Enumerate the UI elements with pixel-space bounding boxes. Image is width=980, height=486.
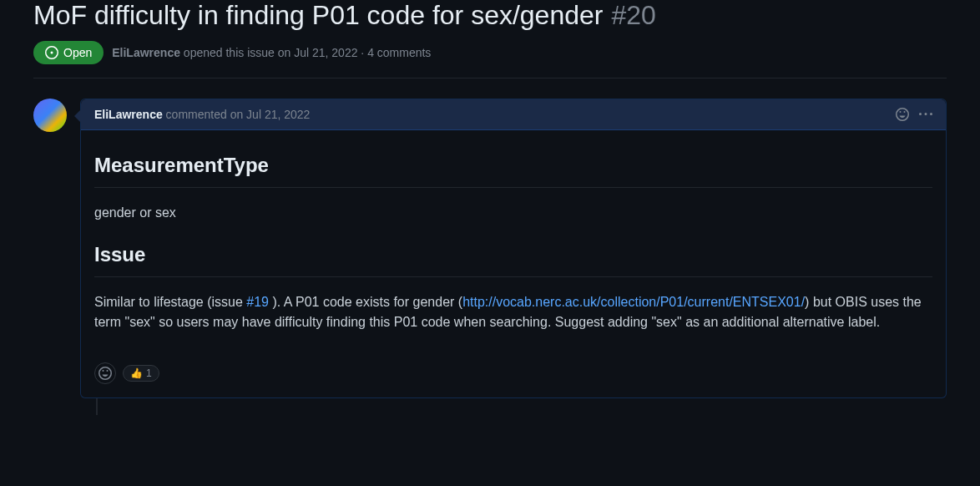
state-badge-open: Open: [33, 41, 104, 64]
heading-issue: Issue: [94, 240, 932, 277]
body-measurement-type: gender or sex: [94, 203, 932, 223]
issue-number: #20: [611, 0, 655, 31]
heading-measurement-type: MeasurementType: [94, 150, 932, 188]
issue-open-icon: [45, 46, 58, 59]
issue-meta: EliLawrence opened this issue on Jul 21,…: [112, 46, 431, 59]
body-text: Similar to lifestage (issue: [94, 295, 246, 309]
issue-title: MoF difficulty in finding P01 code for s…: [33, 0, 603, 31]
body-issue: Similar to lifestage (issue #19 ). A P01…: [94, 292, 932, 332]
kebab-icon[interactable]: [919, 108, 932, 121]
avatar[interactable]: [33, 99, 67, 132]
comment-date-link[interactable]: on Jul 21, 2022: [230, 108, 311, 121]
issue-header: MoF difficulty in finding P01 code for s…: [33, 0, 947, 78]
timeline-rail: [96, 398, 98, 415]
body-text: ). A P01 code exists for gender (: [269, 295, 462, 309]
reaction-emoji: 👍: [130, 367, 143, 379]
comment-header: EliLawrence commented on Jul 21, 2022: [81, 99, 946, 130]
add-reaction-button[interactable]: [94, 362, 116, 384]
smiley-icon[interactable]: [896, 108, 909, 121]
comment-author-link[interactable]: EliLawrence: [94, 108, 163, 121]
issue-author-link[interactable]: EliLawrence: [112, 46, 180, 59]
opened-date: on Jul 21, 2022: [278, 46, 358, 59]
reaction-thumbs-up[interactable]: 👍 1: [123, 365, 159, 382]
reactions-bar: 👍 1: [81, 362, 946, 397]
issue-ref-link[interactable]: #19: [246, 295, 269, 309]
external-link[interactable]: http://vocab.nerc.ac.uk/collection/P01/c…: [462, 295, 805, 309]
comment-box: EliLawrence commented on Jul 21, 2022 Me…: [80, 99, 947, 398]
smiley-icon: [99, 367, 112, 380]
comment-verb: commented: [166, 108, 227, 121]
opened-verb: opened this issue: [184, 46, 275, 59]
state-label: Open: [63, 46, 92, 59]
reaction-count: 1: [146, 367, 152, 379]
comment-count: 4 comments: [367, 46, 431, 59]
comment-body: MeasurementType gender or sex Issue Simi…: [81, 130, 946, 362]
